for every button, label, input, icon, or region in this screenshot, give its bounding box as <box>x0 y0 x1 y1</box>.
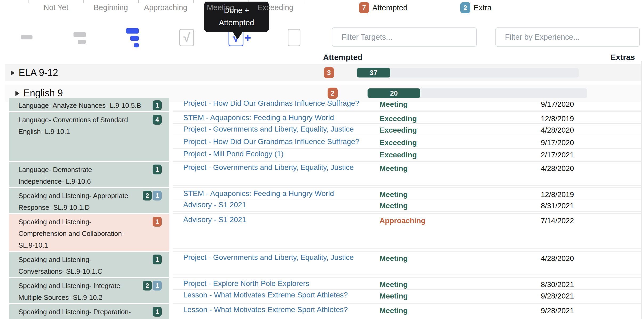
filter-experience-input[interactable] <box>495 27 640 47</box>
filter-targets-input[interactable] <box>332 27 477 47</box>
experience-link[interactable]: Project - How Did Our Grandmas Influence… <box>183 137 359 146</box>
target-badge-done: 1 <box>153 307 162 317</box>
status-label: Exceeding <box>380 151 417 159</box>
target-cell: Language- Conventions of Standard Englis… <box>9 111 169 161</box>
bar <box>21 35 32 39</box>
experience-link[interactable]: STEM - Aquaponics: Feeding a Hungry Worl… <box>183 189 334 198</box>
check-done-icon[interactable]: √ <box>179 29 194 46</box>
legend-extra[interactable]: 2 Extra <box>460 2 492 13</box>
legend-tick <box>138 0 139 3</box>
experience-link[interactable]: Project - Governments and Liberty, Equal… <box>183 125 354 133</box>
group-attempted-badge: 2 <box>328 88 338 99</box>
status-label: Meeting <box>380 100 408 109</box>
target-cell: Language- Demonstrate Independence- L.9-… <box>9 161 169 187</box>
experience-row: Lesson - What Motivates Extreme Sport At… <box>173 290 641 302</box>
assessed-date: 12/8/2019 <box>541 190 574 199</box>
experience-rows: Advisory - S1 2021Approaching7/14/2022 <box>173 213 641 251</box>
target-group: Speaking and Listening- Conversations- S… <box>9 251 641 277</box>
column-header-attempted: Attempted <box>323 53 362 62</box>
experience-rows: STEM - Aquaponics: Feeding a Hungry Worl… <box>173 111 641 161</box>
target-label: Speaking and Listening- Integrate Multip… <box>18 282 120 301</box>
bar <box>78 40 86 44</box>
experience-link[interactable]: Lesson - What Motivates Extreme Sport At… <box>183 291 348 299</box>
status-label: Meeting <box>380 164 408 173</box>
extra-count-badge: 2 <box>460 2 470 13</box>
bar <box>130 36 139 41</box>
experience-link[interactable]: STEM - Aquaponics: Feeding a Hungry Worl… <box>183 113 334 122</box>
target-cell: Speaking and Listening- Preparation- SL.… <box>9 303 169 319</box>
group-progress-bar: 20 <box>368 88 587 98</box>
attempted-count-badge: 7 <box>359 2 369 13</box>
experience-row: Project - Governments and Liberty, Equal… <box>173 252 641 275</box>
experience-link[interactable]: Advisory - S1 2021 <box>183 201 246 209</box>
experience-link[interactable]: Project - Governments and Liberty, Equal… <box>183 253 354 261</box>
target-label: Speaking and Listening- Preparation- SL.… <box>18 308 131 319</box>
assessed-date: 9/28/2021 <box>541 292 574 300</box>
target-badge-done: 2 <box>143 281 152 291</box>
target-badge-done: 1 <box>153 100 162 110</box>
experience-link[interactable]: Lesson - What Motivates Extreme Sport At… <box>183 305 348 314</box>
legend-level-not-yet[interactable]: Not Yet <box>43 3 68 12</box>
experience-rows: STEM - Aquaponics: Feeding a Hungry Worl… <box>173 187 641 213</box>
targets-table: Language- Analyze Nuances- L.9-10.5.B1Pr… <box>9 98 641 319</box>
experience-link[interactable]: Project - Governments and Liberty, Equal… <box>183 163 354 171</box>
expand-arrow-icon[interactable] <box>11 70 15 76</box>
experience-row: STEM - Aquaponics: Feeding a Hungry Worl… <box>173 188 641 199</box>
legend-level-meeting[interactable]: Meeting <box>207 3 234 12</box>
target-badge-attempted: 1 <box>153 217 162 227</box>
target-group: Speaking and Listening- Appropriate Resp… <box>9 187 641 213</box>
experience-link[interactable]: Advisory - S1 2021 <box>183 215 246 224</box>
assessed-date: 9/28/2021 <box>541 306 574 315</box>
experience-link[interactable]: Project - How Did Our Grandmas Influence… <box>183 99 359 107</box>
status-label: Meeting <box>380 280 408 289</box>
target-group: Language- Analyze Nuances- L.9-10.5.B1Pr… <box>9 98 641 111</box>
status-label: Exceeding <box>380 114 417 123</box>
legend-attempted[interactable]: 7 Attempted <box>359 2 407 13</box>
target-cell: Speaking and Listening- Appropriate Resp… <box>9 187 169 213</box>
three-bars-filter-icon-active[interactable] <box>126 28 139 47</box>
target-badges: 1 <box>153 165 162 174</box>
status-label: Approaching <box>380 216 426 225</box>
empty-box-icon[interactable] <box>288 29 300 46</box>
expand-arrow-icon[interactable] <box>15 91 19 96</box>
status-label: Meeting <box>380 202 408 210</box>
experience-row: Advisory - S1 2021Approaching7/14/2022 <box>173 214 641 249</box>
target-badge-done: 4 <box>153 115 162 125</box>
experience-link[interactable]: Project - Mill Pond Ecology (1) <box>183 150 284 158</box>
target-group: Language- Conventions of Standard Englis… <box>9 111 641 161</box>
experience-row: Project - Governments and Liberty, Equal… <box>173 162 641 186</box>
two-bars-filter-icon[interactable] <box>74 32 86 44</box>
status-label: Exceeding <box>380 126 417 134</box>
status-label: Meeting <box>380 292 408 300</box>
legend-level-beginning[interactable]: Beginning <box>94 3 128 12</box>
single-bar-filter-icon[interactable] <box>21 35 32 39</box>
target-badges: 1 <box>153 255 162 264</box>
target-group: Speaking and Listening- Comprehension an… <box>9 213 641 251</box>
target-badges: 21 <box>143 281 162 291</box>
assessed-date: 4/28/2020 <box>541 254 574 263</box>
target-badge-done: 1 <box>153 255 162 264</box>
target-label: Language- Demonstrate Independence- L.9-… <box>18 166 92 185</box>
target-group: Speaking and Listening- Preparation- SL.… <box>9 303 641 319</box>
experience-link[interactable]: Project - Explore North Pole Explorers <box>183 279 309 288</box>
target-badges: 1 <box>153 217 162 227</box>
legend-level-approaching[interactable]: Approaching <box>144 3 188 12</box>
target-label: Speaking and Listening- Appropriate Resp… <box>18 192 128 211</box>
group-name: English 9 <box>23 88 63 99</box>
legend-level-exceeding[interactable]: Exceeding <box>257 3 293 12</box>
target-badge-extra: 1 <box>153 191 162 201</box>
group-row-ela-9-12[interactable]: ELA 9-12337 <box>5 64 641 81</box>
status-label: Meeting <box>380 306 408 315</box>
group-progress-fill: 37 <box>357 68 390 77</box>
column-header-extras: Extras <box>586 53 635 62</box>
group-progress-fill: 20 <box>368 88 420 98</box>
assessed-date: 12/8/2019 <box>541 114 574 123</box>
experience-rows: Project - Governments and Liberty, Equal… <box>173 161 641 187</box>
target-badges: 21 <box>143 191 162 201</box>
target-label: Speaking and Listening- Conversations- S… <box>18 256 103 275</box>
experience-row: Advisory - S1 2021Meeting8/31/2021 <box>173 199 641 212</box>
legend-extra-label: Extra <box>474 3 492 12</box>
plus-glyph: + <box>244 31 251 44</box>
assessed-date: 7/14/2022 <box>541 216 574 225</box>
target-cell: Language- Analyze Nuances- L.9-10.5.B1 <box>9 98 169 111</box>
